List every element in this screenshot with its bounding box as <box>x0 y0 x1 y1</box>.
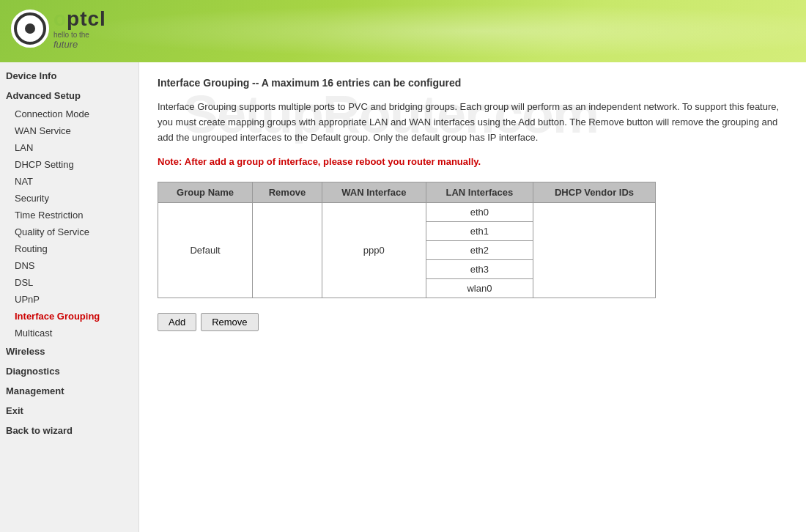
description-text: Interface Grouping supports multiple por… <box>158 100 788 145</box>
sidebar-item-wan-service[interactable]: WAN Service <box>0 122 138 139</box>
col-lan-interfaces: LAN Interfaces <box>426 182 533 203</box>
sidebar-item-management[interactable]: Management <box>0 381 138 401</box>
cell-dhcp-vendor-ids <box>533 203 656 298</box>
sidebar-item-connection-mode[interactable]: Connection Mode <box>0 106 138 122</box>
main-content: SetupRouter.com Interface Grouping -- A … <box>139 62 806 532</box>
remove-button[interactable]: Remove <box>201 313 258 331</box>
col-remove: Remove <box>253 182 322 203</box>
cell-group-name: Default <box>158 203 253 298</box>
sidebar-item-lan[interactable]: LAN <box>0 139 138 156</box>
sidebar-item-back-to-wizard[interactable]: Back to wizard <box>0 421 138 440</box>
sidebar: Device InfoAdvanced SetupConnection Mode… <box>0 62 139 532</box>
sidebar-item-exit[interactable]: Exit <box>0 401 138 421</box>
cell-remove <box>253 203 322 298</box>
layout: Device InfoAdvanced SetupConnection Mode… <box>0 62 806 532</box>
note-prefix: Note: <box>158 156 182 167</box>
col-wan-interface: WAN Interface <box>322 182 426 203</box>
sidebar-item-device-info[interactable]: Device Info <box>0 66 138 86</box>
add-button[interactable]: Add <box>158 313 196 331</box>
sidebar-item-dhcp-setting[interactable]: DHCP Setting <box>0 156 138 173</box>
logo-text: optcl hello to the future <box>53 7 106 50</box>
cell-lan-interface: eth3 <box>426 260 533 279</box>
logo-icon <box>11 10 49 48</box>
cell-lan-interface: wlan0 <box>426 279 533 298</box>
cell-wan-interface: ppp0 <box>322 203 426 298</box>
note-text: Note: After add a group of interface, pl… <box>158 156 788 167</box>
sidebar-item-wireless[interactable]: Wireless <box>0 341 138 361</box>
sidebar-item-upnp[interactable]: UPnP <box>0 291 138 308</box>
sidebar-item-dns[interactable]: DNS <box>0 257 138 274</box>
sidebar-item-time-restriction[interactable]: Time Restriction <box>0 207 138 223</box>
sidebar-item-interface-grouping[interactable]: Interface Grouping <box>0 308 138 325</box>
sidebar-item-multicast[interactable]: Multicast <box>0 325 138 341</box>
cell-lan-interface: eth2 <box>426 241 533 260</box>
sidebar-item-dsl[interactable]: DSL <box>0 274 138 291</box>
header: optcl hello to the future <box>0 0 806 62</box>
col-group-name: Group Name <box>158 182 253 203</box>
logo: optcl hello to the future <box>11 7 106 50</box>
page-title: Interface Grouping -- A maximum 16 entri… <box>158 77 788 89</box>
brand-name: optcl <box>53 7 106 31</box>
note-body: After add a group of interface, please r… <box>185 156 481 167</box>
logo-tagline: hello to the <box>53 31 106 39</box>
sidebar-item-diagnostics[interactable]: Diagnostics <box>0 361 138 381</box>
content-area: Interface Grouping -- A maximum 16 entri… <box>158 77 788 331</box>
interface-grouping-table: Group Name Remove WAN Interface LAN Inte… <box>158 182 656 298</box>
button-row: Add Remove <box>158 313 788 331</box>
sidebar-item-security[interactable]: Security <box>0 190 138 207</box>
sidebar-item-nat[interactable]: NAT <box>0 173 138 190</box>
table-row: Defaultppp0eth0 <box>158 203 656 222</box>
col-dhcp-vendor-ids: DHCP Vendor IDs <box>533 182 656 203</box>
sidebar-item-routing[interactable]: Routing <box>0 240 138 257</box>
cell-lan-interface: eth0 <box>426 203 533 222</box>
cell-lan-interface: eth1 <box>426 222 533 241</box>
sidebar-item-advanced-setup[interactable]: Advanced Setup <box>0 86 138 106</box>
sidebar-item-quality-of-service[interactable]: Quality of Service <box>0 223 138 240</box>
logo-future: future <box>53 39 106 50</box>
